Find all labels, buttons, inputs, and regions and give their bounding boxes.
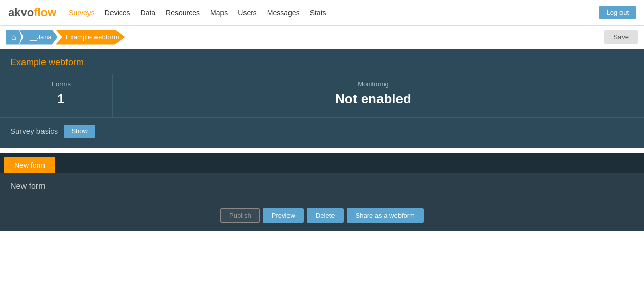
nav-devices[interactable]: Devices (105, 9, 130, 17)
share-webform-button[interactable]: Share as a webform (347, 208, 424, 223)
breadcrumb-current[interactable]: Example webform (56, 30, 125, 45)
navbar-left: akvoflow Surveys Devices Data Resources … (8, 6, 326, 19)
logo-part2: flow (34, 6, 56, 19)
breadcrumb-home[interactable]: ⌂ (6, 30, 21, 45)
breadcrumb-jana[interactable]: __Jana (19, 30, 58, 45)
monitoring-stat: Monitoring Not enabled (113, 74, 634, 117)
survey-stats: Forms 1 Monitoring Not enabled (10, 74, 634, 117)
app-logo: akvoflow (8, 6, 56, 19)
form-content: New form (0, 173, 644, 204)
nav-stats[interactable]: Stats (310, 9, 326, 17)
white-gap (0, 148, 644, 153)
form-tabs: New form (0, 153, 644, 173)
main-nav: Surveys Devices Data Resources Maps User… (69, 9, 326, 17)
logout-button[interactable]: Log out (599, 6, 636, 19)
preview-button[interactable]: Preview (263, 208, 304, 223)
show-button[interactable]: Show (64, 125, 95, 138)
survey-basics-section: Survey basics Show (0, 117, 644, 148)
delete-button[interactable]: Delete (307, 208, 344, 223)
breadcrumb: ⌂ __Jana Example webform (6, 30, 125, 45)
forms-value: 1 (20, 91, 102, 107)
forms-stat: Forms 1 (10, 74, 113, 117)
forms-label: Forms (20, 80, 102, 88)
nav-maps[interactable]: Maps (210, 9, 228, 17)
survey-title: Example webform (10, 57, 634, 68)
form-actions: Publish Preview Delete Share as a webfor… (0, 204, 644, 231)
forms-section: New form New form Publish Preview Delete… (0, 153, 644, 231)
nav-users[interactable]: Users (238, 9, 257, 17)
logo-part1: akvo (8, 6, 34, 19)
nav-resources[interactable]: Resources (166, 9, 200, 17)
nav-data[interactable]: Data (141, 9, 156, 17)
publish-button[interactable]: Publish (220, 208, 260, 223)
monitoring-label: Monitoring (123, 80, 624, 88)
nav-messages[interactable]: Messages (267, 9, 300, 17)
new-form-tab[interactable]: New form (4, 157, 55, 173)
survey-header: Example webform Forms 1 Monitoring Not e… (0, 49, 644, 117)
navbar: akvoflow Surveys Devices Data Resources … (0, 0, 644, 26)
breadcrumb-bar: ⌂ __Jana Example webform Save (0, 26, 644, 49)
monitoring-value: Not enabled (123, 91, 624, 107)
nav-surveys[interactable]: Surveys (69, 9, 95, 17)
survey-basics-label: Survey basics (10, 127, 58, 135)
form-name-label: New form (10, 182, 634, 191)
save-button[interactable]: Save (604, 30, 638, 44)
